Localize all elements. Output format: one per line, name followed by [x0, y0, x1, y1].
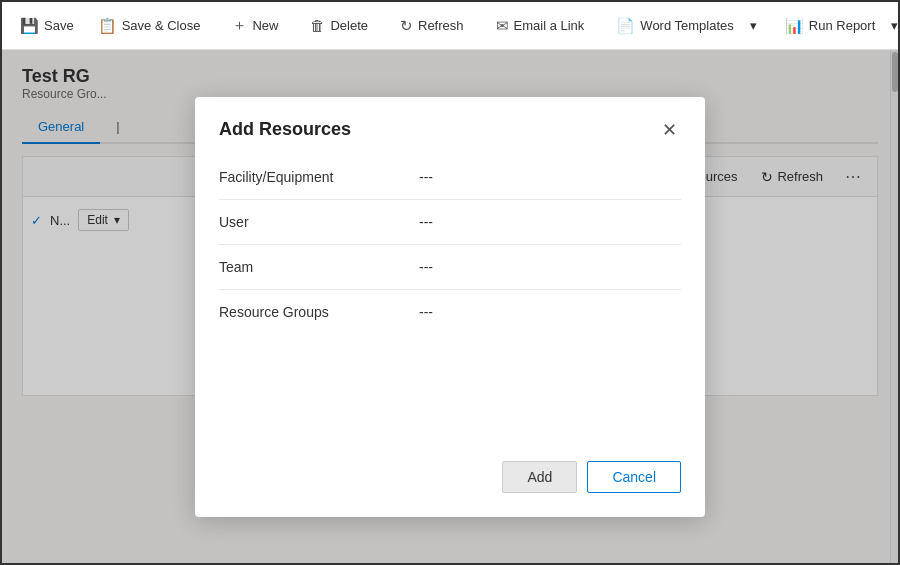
run-report-dropdown[interactable]: ▾: [885, 12, 900, 39]
refresh-icon: ↻: [400, 17, 413, 35]
chevron-down-icon-2: ▾: [891, 18, 898, 33]
resource-value-team: ---: [419, 259, 433, 275]
modal-header: Add Resources ✕: [195, 97, 705, 155]
save-close-button[interactable]: 📋 Save & Close: [88, 11, 211, 41]
resource-row-facility: Facility/Equipment ---: [219, 155, 681, 200]
run-report-button[interactable]: 📊 Run Report: [775, 11, 885, 41]
modal-close-button[interactable]: ✕: [658, 117, 681, 143]
word-templates-icon: 📄: [616, 17, 635, 35]
refresh-button[interactable]: ↻ Refresh: [390, 11, 474, 41]
run-report-icon: 📊: [785, 17, 804, 35]
new-icon: ＋: [232, 16, 247, 35]
resource-row-team: Team ---: [219, 245, 681, 290]
modal-body: Facility/Equipment --- User --- Team ---…: [195, 155, 705, 437]
resource-value-user: ---: [419, 214, 433, 230]
cancel-button[interactable]: Cancel: [587, 461, 681, 493]
modal-footer: Add Cancel: [195, 437, 705, 517]
modal-dialog: Add Resources ✕ Facility/Equipment --- U…: [195, 97, 705, 517]
chevron-down-icon: ▾: [750, 18, 757, 33]
new-button[interactable]: ＋ New: [222, 10, 288, 41]
resource-label-user: User: [219, 214, 419, 230]
resource-value-resource-groups: ---: [419, 304, 433, 320]
delete-icon: 🗑: [310, 17, 325, 34]
resource-label-team: Team: [219, 259, 419, 275]
resource-label-facility: Facility/Equipment: [219, 169, 419, 185]
word-templates-group: 📄 Word Templates ▾: [606, 11, 762, 41]
add-button[interactable]: Add: [502, 461, 577, 493]
save-button[interactable]: 💾 Save: [10, 11, 84, 41]
resource-value-facility: ---: [419, 169, 433, 185]
resource-row-user: User ---: [219, 200, 681, 245]
email-icon: ✉: [496, 17, 509, 35]
save-close-icon: 📋: [98, 17, 117, 35]
page-content: Test RG Resource Gro... General | ＋ Add …: [2, 50, 898, 563]
app-frame: 💾 Save 📋 Save & Close ＋ New 🗑 Delete ↻ R…: [0, 0, 900, 565]
save-icon: 💾: [20, 17, 39, 35]
run-report-group: 📊 Run Report ▾: [775, 11, 900, 41]
email-link-button[interactable]: ✉ Email a Link: [486, 11, 595, 41]
modal-title: Add Resources: [219, 119, 351, 140]
resource-label-resource-groups: Resource Groups: [219, 304, 419, 320]
word-templates-dropdown[interactable]: ▾: [744, 12, 763, 39]
modal-overlay: Add Resources ✕ Facility/Equipment --- U…: [2, 50, 898, 563]
resource-row-resource-groups: Resource Groups ---: [219, 290, 681, 334]
delete-button[interactable]: 🗑 Delete: [300, 11, 378, 40]
word-templates-button[interactable]: 📄 Word Templates: [606, 11, 743, 41]
toolbar: 💾 Save 📋 Save & Close ＋ New 🗑 Delete ↻ R…: [2, 2, 898, 50]
